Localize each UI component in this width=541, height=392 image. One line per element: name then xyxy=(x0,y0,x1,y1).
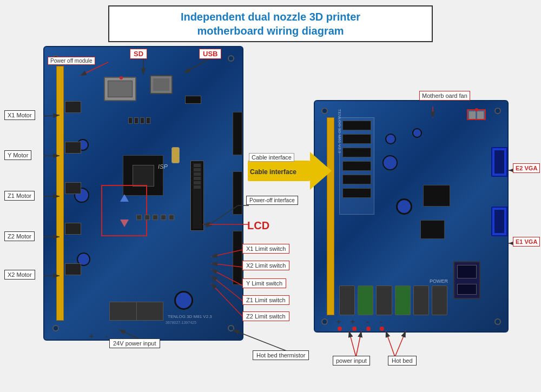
right-ic-2 xyxy=(420,220,445,239)
e2-vga-connector xyxy=(491,147,507,177)
power-label-board: POWER xyxy=(430,278,448,284)
x2-motor-label: X2 Motor xyxy=(4,270,35,280)
right-large-cap xyxy=(396,198,412,215)
x1-motor-label: X1 Motor xyxy=(4,110,35,120)
small-chip xyxy=(185,96,201,104)
z2-limit-label: Z2 Limit switch xyxy=(242,311,289,321)
y-limit-label: Y Limit switch xyxy=(242,278,286,288)
power-off-module-label: Power off module xyxy=(48,57,95,65)
yellow-strip-left xyxy=(56,66,64,321)
y-motor-label: Y Motor xyxy=(4,150,31,160)
screw-hole-bl xyxy=(52,325,59,331)
arrow-up-icon xyxy=(120,194,129,202)
right-screw-tr xyxy=(494,108,501,114)
z2-motor-label: Z2 Motor xyxy=(4,231,35,241)
e2-vga-label: E2 VGA xyxy=(513,163,540,173)
right-connector-area xyxy=(339,117,374,215)
right-screw-bl xyxy=(321,318,328,325)
hot-bed-thermistor-label: Hot bed thermistor xyxy=(253,350,309,360)
power-24v-label: 24V power input xyxy=(109,338,160,348)
usb-port xyxy=(150,75,173,94)
page-container: Independent dual nozzle 3D printer mothe… xyxy=(0,0,541,392)
motor-conn-2 xyxy=(65,142,81,154)
lcd-label: LCD xyxy=(247,220,269,232)
e1-vga-connector xyxy=(491,207,507,236)
motor-conn-3 xyxy=(65,182,81,194)
hot-bed-label: Hot bed xyxy=(388,356,417,366)
right-ic-1 xyxy=(423,185,450,207)
cable-interface-label: Cable interface xyxy=(249,153,294,162)
screw-hole-br xyxy=(228,325,234,331)
svg-line-25 xyxy=(386,331,395,357)
plus-sign-left: + xyxy=(89,332,94,341)
z1-limit-label: Z1 Limit switch xyxy=(242,295,289,305)
motor-conn-1 xyxy=(65,101,81,113)
screw-hole-tr xyxy=(228,55,234,62)
svg-line-24 xyxy=(356,331,361,357)
relay-component xyxy=(453,261,480,299)
svg-text:Cable interface: Cable interface xyxy=(250,168,296,176)
small-components xyxy=(136,215,174,220)
power-terminals-left xyxy=(109,302,163,321)
svg-line-23 xyxy=(349,331,356,357)
right-connector-top xyxy=(233,112,242,155)
z1-motor-label: Z1 Motor xyxy=(4,191,35,201)
isp-label: ISP xyxy=(158,163,168,170)
terminal-blocks xyxy=(339,285,447,315)
right-screw-br xyxy=(494,318,501,325)
motherboard-fan-label: Motherb oard fan xyxy=(419,91,470,101)
right-connector-bot xyxy=(233,231,242,285)
minus-sign-left: - xyxy=(105,332,108,341)
left-board: ISP xyxy=(43,46,243,341)
sd-dot xyxy=(120,76,123,79)
chip-red-border xyxy=(101,185,147,236)
fan-dot xyxy=(475,108,478,111)
board-serial-label: 3678027-1397425 xyxy=(166,321,196,324)
flat-cable-connector xyxy=(190,161,204,231)
title-line2: motherboard wiring diagram xyxy=(197,25,344,37)
crystal-osc xyxy=(171,147,180,163)
motor-conn-4 xyxy=(65,223,81,235)
right-cap-1 xyxy=(385,134,396,144)
title-box: Independent dual nozzle 3D printer mothe… xyxy=(108,5,433,42)
title-text: Independent dual nozzle 3D printer mothe… xyxy=(115,10,426,38)
board-label-right: TENLOG 3D M61 V2.3 xyxy=(337,109,342,154)
svg-rect-2 xyxy=(248,161,310,181)
x1-limit-label: X1 Limit switch xyxy=(242,244,289,254)
board-version-label: TENLOG 3D M81 V2.3 xyxy=(168,314,212,319)
svg-line-26 xyxy=(395,331,406,357)
components-row xyxy=(128,117,150,124)
e1-vga-label: E1 VGA xyxy=(513,237,540,247)
title-line1: Independent dual nozzle 3D printer xyxy=(181,11,360,23)
right-screw-tl xyxy=(321,108,328,114)
right-cap-3 xyxy=(412,128,422,138)
sd-card-slot xyxy=(104,77,136,101)
right-board: BED POWER TENLOG 3D M61 V2.3 xyxy=(314,100,509,333)
right-connector-mid xyxy=(233,171,242,215)
sd-label: SD xyxy=(130,49,147,59)
arrow-down-icon xyxy=(120,220,129,227)
large-cap-bottom xyxy=(174,291,193,310)
power-off-interface-text: Power-off interface xyxy=(249,197,295,203)
motor-conn-5 xyxy=(65,263,81,275)
right-yellow-strip xyxy=(327,117,334,315)
power-off-interface-label: Power-off interface xyxy=(246,196,298,205)
usb-label: USB xyxy=(199,49,221,59)
right-cap-2 xyxy=(382,155,398,170)
x2-limit-label: X2 Limit switch xyxy=(242,261,289,270)
power-input-label: power input xyxy=(333,356,370,366)
